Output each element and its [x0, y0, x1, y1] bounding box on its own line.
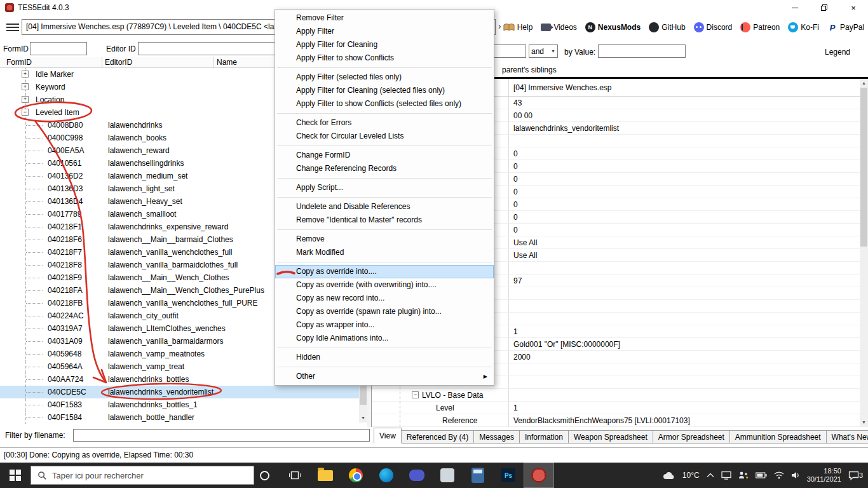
expand-icon[interactable]: +: [22, 96, 29, 103]
scroll-down-icon[interactable]: ▼: [359, 414, 367, 423]
paypal-icon: P: [827, 22, 837, 32]
discord-link[interactable]: Discord: [694, 22, 733, 32]
photoshop-icon: Ps: [501, 468, 515, 482]
menu-item[interactable]: Apply Script...: [275, 181, 494, 194]
menu-item[interactable]: Mark Modified: [275, 246, 494, 259]
table-row-selected[interactable]: 040CDE5Clalawenchdrinks_vendoritemlist: [0, 386, 359, 398]
scroll-down-icon[interactable]: ▼: [860, 418, 868, 427]
table-row[interactable]: 040F1584lalawench_bottle_handler: [0, 411, 359, 424]
battery-icon: [756, 472, 767, 478]
paypal-link[interactable]: P PayPal: [827, 22, 864, 32]
minimize-button[interactable]: [780, 0, 810, 15]
formid-input[interactable]: [30, 42, 87, 55]
hamburger-menu-icon[interactable]: [6, 22, 19, 31]
table-row[interactable]: 040F1583lalawenchdrinks_bottles_1: [0, 398, 359, 411]
menu-item-other[interactable]: Other ▶: [275, 370, 494, 383]
tab-information[interactable]: Information: [519, 430, 569, 444]
column-formid[interactable]: FormID: [6, 58, 32, 67]
file-explorer-button[interactable]: [310, 463, 341, 488]
context-menu: Remove Filter Apply Filter Apply Filter …: [275, 9, 494, 386]
menu-item[interactable]: Copy Idle Animations into...: [275, 332, 494, 345]
cortana-button[interactable]: [249, 463, 280, 488]
restore-button[interactable]: [810, 0, 839, 15]
tab-messages[interactable]: Messages: [473, 430, 520, 444]
chrome-button[interactable]: [341, 463, 371, 488]
photoshop-button[interactable]: Ps: [493, 463, 524, 488]
nexusmods-icon: N: [585, 22, 595, 32]
tab-whats-new[interactable]: What's New: [826, 430, 868, 444]
calculator-button[interactable]: [463, 463, 493, 488]
battery-tray-button[interactable]: [756, 472, 767, 478]
menu-item[interactable]: Copy as wrapper into...: [275, 318, 494, 332]
taskbar-clock[interactable]: 18:50 30/11/2021: [807, 467, 841, 484]
close-button[interactable]: ×: [839, 0, 868, 15]
detail-row-reference[interactable]: Reference VendorBlacksmithEnchWeapons75 …: [372, 414, 860, 427]
legend-button[interactable]: Legend: [825, 48, 850, 57]
menu-item[interactable]: Change FormID: [275, 149, 494, 162]
volume-tray-button[interactable]: [791, 471, 800, 479]
by-value-input[interactable]: [598, 44, 686, 58]
filter-by-filename-input[interactable]: [73, 429, 370, 442]
menu-item[interactable]: Apply Filter (selected files only): [275, 71, 494, 84]
tes5edit-taskbar-button[interactable]: [524, 463, 554, 488]
menu-item-copy-as-override[interactable]: Copy as override into....: [275, 265, 494, 278]
menu-item[interactable]: Remove Filter: [275, 11, 494, 25]
restore-icon: [821, 4, 827, 11]
detail-row-level[interactable]: Level 1: [372, 402, 860, 414]
patreon-link[interactable]: Patreon: [740, 22, 780, 32]
clock-time: 18:50: [807, 467, 841, 475]
collapse-icon[interactable]: −: [412, 391, 419, 398]
help-link[interactable]: Help: [503, 23, 533, 32]
tab-armor-spreadsheet[interactable]: Armor Spreadsheet: [653, 430, 730, 444]
menu-item[interactable]: Check for Circular Leveled Lists: [275, 130, 494, 143]
column-name[interactable]: Name: [217, 58, 237, 67]
and-operator-select[interactable]: and ▼: [529, 44, 558, 58]
tab-referenced-by[interactable]: Referenced By (4): [401, 430, 474, 444]
expand-icon[interactable]: +: [22, 83, 29, 90]
menu-item[interactable]: Check for Errors: [275, 116, 494, 130]
menu-item[interactable]: Copy as new record into...: [275, 292, 494, 305]
clock-date: 30/11/2021: [807, 475, 841, 484]
menu-item[interactable]: Apply Filter to show Conflicts (selected…: [275, 97, 494, 111]
menu-item[interactable]: Apply Filter for Cleaning (selected file…: [275, 84, 494, 97]
discord-icon: [694, 22, 704, 32]
dropdown-arrow-icon: ▼: [551, 49, 555, 53]
discord-button[interactable]: [402, 463, 432, 488]
menu-item[interactable]: Undelete and Disable References: [275, 200, 494, 214]
start-button[interactable]: [0, 463, 31, 488]
scroll-up-icon[interactable]: ▲: [860, 79, 868, 88]
nexusmods-link[interactable]: N NexusMods: [585, 22, 641, 32]
tray-expand-button[interactable]: [707, 473, 714, 478]
collapse-icon[interactable]: −: [22, 109, 29, 116]
menu-item[interactable]: Copy as override (spawn rate plugin) int…: [275, 305, 494, 318]
detail-row-lvlo-group[interactable]: − LVLO - Base Data: [372, 389, 860, 402]
edge-button[interactable]: [371, 463, 402, 488]
paint-button[interactable]: [432, 463, 463, 488]
detail-scrollbar[interactable]: ▲ ▼: [860, 79, 868, 427]
action-center-button[interactable]: 3: [848, 471, 863, 480]
menu-item[interactable]: Apply Filter: [275, 25, 494, 38]
taskbar-search-input[interactable]: Taper ici pour rechercher: [31, 466, 254, 485]
tab-weapon-spreadsheet[interactable]: Weapon Spreadsheet: [568, 430, 653, 444]
tab-view[interactable]: View: [374, 428, 402, 444]
menu-item[interactable]: Apply Filter for Cleaning: [275, 38, 494, 51]
weather-button[interactable]: [663, 471, 675, 480]
column-editorid[interactable]: EditorID: [105, 58, 132, 67]
kofi-link[interactable]: Ko-Fi: [788, 22, 819, 32]
menu-item[interactable]: Apply Filter to show Conflicts: [275, 51, 494, 65]
display-tray-button[interactable]: [721, 471, 731, 480]
menu-item[interactable]: Change Referencing Records: [275, 162, 494, 175]
task-view-button[interactable]: [280, 463, 310, 488]
github-link[interactable]: GitHub: [649, 22, 685, 32]
scrollbar-thumb[interactable]: [860, 88, 867, 247]
network-tray-button[interactable]: [774, 471, 784, 479]
menu-item[interactable]: Remove: [275, 233, 494, 246]
menu-item[interactable]: Hidden: [275, 351, 494, 364]
expand-icon[interactable]: +: [22, 71, 29, 78]
tab-ammunition-spreadsheet[interactable]: Ammunition Spreadsheet: [729, 430, 827, 444]
submenu-arrow-icon: ▶: [484, 370, 487, 383]
menu-item[interactable]: Remove "Identical to Master" records: [275, 214, 494, 227]
menu-item[interactable]: Copy as override (with overwriting) into…: [275, 278, 494, 292]
people-tray-button[interactable]: [738, 471, 749, 480]
videos-link[interactable]: Videos: [541, 23, 576, 32]
